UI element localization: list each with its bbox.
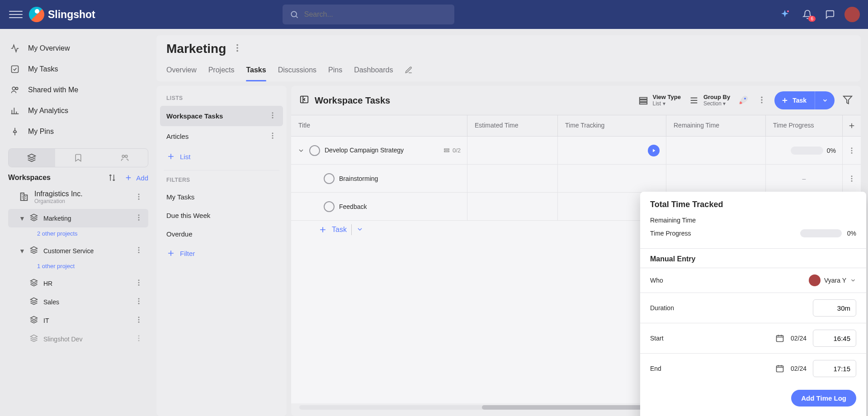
workspace-menu-button[interactable]: [135, 334, 143, 344]
comments-button[interactable]: [822, 6, 838, 23]
add-time-log-button[interactable]: Add Time Log: [791, 390, 856, 407]
add-column-button[interactable]: [843, 115, 861, 136]
toggle-bookmarks[interactable]: [55, 149, 102, 167]
nav-pins[interactable]: My Pins: [0, 121, 156, 142]
who-value: Vyara Y: [824, 277, 846, 284]
filter-overdue[interactable]: Overdue: [160, 225, 283, 243]
workspace-marketing[interactable]: ▼ Marketing: [8, 209, 148, 227]
add-workspace-button[interactable]: Add: [136, 174, 148, 182]
col-tracking[interactable]: Time Tracking: [558, 115, 666, 136]
page-title: Marketing: [166, 42, 226, 56]
end-time-input[interactable]: [813, 360, 856, 377]
svg-point-12: [138, 214, 140, 216]
col-title[interactable]: Title: [291, 115, 467, 136]
workspace-menu-button[interactable]: [135, 213, 143, 223]
status-circle[interactable]: [309, 145, 320, 156]
nav-analytics[interactable]: My Analytics: [0, 100, 156, 121]
chevron-down-icon[interactable]: [297, 147, 305, 154]
workspace-menu-button[interactable]: [135, 246, 143, 255]
filter-my-tasks[interactable]: My Tasks: [160, 188, 283, 206]
list-label: Workspace Tasks: [166, 112, 223, 120]
tab-tasks[interactable]: Tasks: [246, 62, 266, 81]
plus-icon: [848, 122, 856, 130]
group-by-selector[interactable]: Group By Section ▾: [689, 94, 730, 107]
workspace-customer-service[interactable]: ▼ Customer Service: [8, 241, 148, 260]
workspace-label: Sales: [43, 298, 59, 306]
collapse-panel-button[interactable]: [299, 95, 309, 107]
tab-pins[interactable]: Pins: [328, 62, 342, 81]
view-type-selector[interactable]: View Type List ▾: [638, 94, 681, 107]
page-menu-button[interactable]: [232, 42, 242, 56]
new-task-dropdown[interactable]: [815, 91, 835, 109]
workspace-it[interactable]: ▼ IT: [8, 311, 148, 330]
nav-my-overview[interactable]: My Overview: [0, 38, 156, 59]
col-remaining[interactable]: Remaining Time: [666, 115, 766, 136]
search-input[interactable]: [283, 5, 454, 24]
status-circle[interactable]: [324, 201, 335, 212]
add-task-dropdown[interactable]: [356, 226, 363, 234]
tab-overview[interactable]: Overview: [166, 62, 197, 81]
tab-discussions[interactable]: Discussions: [278, 62, 316, 81]
nav-shared[interactable]: Shared with Me: [0, 80, 156, 100]
table-row[interactable]: Brainstorming –: [291, 165, 861, 193]
workspace-menu-button[interactable]: [135, 279, 143, 288]
list-articles[interactable]: Articles: [160, 126, 283, 147]
nav-my-tasks[interactable]: My Tasks: [0, 59, 156, 80]
checklist-icon: [443, 147, 450, 154]
add-filter-button[interactable]: Filter: [160, 243, 283, 263]
workspace-sublink[interactable]: 2 other projects: [0, 227, 156, 241]
filter-due-this-week[interactable]: Due this Week: [160, 206, 283, 225]
list-menu-button[interactable]: [269, 111, 277, 121]
add-list-button[interactable]: List: [160, 147, 283, 166]
new-task-main[interactable]: Task: [774, 96, 815, 104]
row-menu-button[interactable]: [843, 165, 861, 192]
user-avatar[interactable]: [844, 7, 860, 22]
users-icon: [10, 85, 20, 95]
col-estimated[interactable]: Estimated Time: [467, 115, 558, 136]
layers-icon: [30, 213, 38, 223]
end-date[interactable]: 02/24: [791, 365, 807, 372]
ai-sparkle-icon[interactable]: [777, 6, 793, 23]
duration-input[interactable]: [813, 299, 856, 317]
filter-button[interactable]: [843, 95, 853, 106]
new-task-button: Task: [774, 91, 835, 109]
add-task-inline-button[interactable]: Task: [318, 225, 347, 234]
workspace-hr[interactable]: ▼ HR: [8, 274, 148, 293]
calendar-icon[interactable]: [775, 364, 784, 373]
tab-dashboards[interactable]: Dashboards: [354, 62, 393, 81]
calendar-icon[interactable]: [775, 334, 784, 343]
menu-button[interactable]: [9, 8, 23, 21]
sort-icon[interactable]: [108, 174, 116, 182]
notifications-button[interactable]: 6: [799, 6, 816, 23]
row-menu-button[interactable]: [843, 137, 861, 164]
tab-projects[interactable]: Projects: [208, 62, 235, 81]
svg-point-43: [744, 98, 746, 99]
list-menu-button[interactable]: [269, 132, 277, 141]
org-menu-button[interactable]: [135, 193, 143, 202]
workspace-menu-button[interactable]: [135, 316, 143, 325]
org-item[interactable]: Infragistics Inc. Organization: [8, 185, 148, 209]
who-selector[interactable]: Vyara Y: [809, 274, 856, 286]
list-workspace-tasks[interactable]: Workspace Tasks: [160, 106, 283, 126]
col-progress[interactable]: Time Progress: [766, 115, 843, 136]
toggle-people[interactable]: [101, 149, 148, 167]
edit-tabs-button[interactable]: [405, 62, 413, 81]
checklist-count: 0/2: [453, 147, 461, 154]
start-date[interactable]: 02/24: [791, 335, 807, 342]
app-logo[interactable]: Slingshot: [29, 7, 95, 22]
workspace-sublink[interactable]: 1 other project: [0, 260, 156, 274]
toggle-workspaces[interactable]: [9, 149, 55, 167]
workspace-menu-button[interactable]: [135, 297, 143, 307]
svg-rect-41: [639, 100, 647, 102]
start-time-input[interactable]: [813, 330, 856, 347]
toolbar-menu-button[interactable]: [757, 95, 766, 106]
workspace-sales[interactable]: ▼ Sales: [8, 293, 148, 311]
start-timer-button[interactable]: [648, 145, 660, 156]
workspace-slingshot-dev[interactable]: ▼ Slingshot Dev: [8, 330, 148, 348]
search-field[interactable]: [304, 10, 447, 19]
notif-badge: 6: [808, 16, 816, 22]
status-circle[interactable]: [324, 173, 335, 184]
layers-icon: [30, 279, 38, 288]
rocket-button[interactable]: [738, 95, 749, 107]
table-row[interactable]: Develop Campaign Strategy 0/2 0%: [291, 137, 861, 165]
